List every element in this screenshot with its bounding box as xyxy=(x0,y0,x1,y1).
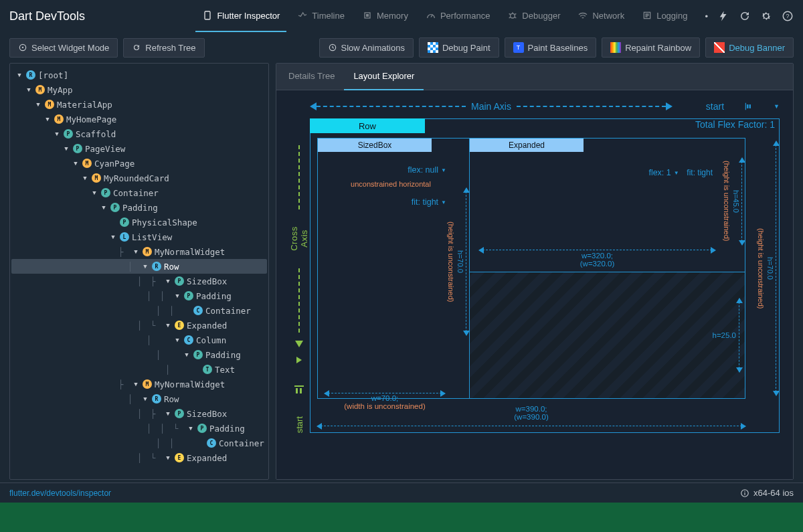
cross-alignment-dropdown[interactable]: start xyxy=(294,416,304,433)
svg-rect-17 xyxy=(744,492,745,495)
widget-badge: P xyxy=(73,144,82,153)
help-icon[interactable]: ? xyxy=(782,10,794,22)
tree-node[interactable]: │ ▼TText xyxy=(11,362,267,377)
debug-paint-button[interactable]: Debug Paint xyxy=(419,37,499,58)
layout-chart: Row Total Flex Factor: 1 SizedBox flex: … xyxy=(310,118,780,433)
flex-dropdown-expanded[interactable]: flex: 1▼ xyxy=(646,167,681,179)
chevron-down-icon[interactable] xyxy=(109,234,117,240)
docs-link[interactable]: flutter.dev/devtools/inspector xyxy=(9,489,111,498)
chevron-down-icon[interactable] xyxy=(43,116,52,122)
refresh-tree-button[interactable]: Refresh Tree xyxy=(123,38,204,58)
top-icon-bar: • ? xyxy=(705,10,794,22)
tree-node[interactable]: ││▼CContainer xyxy=(11,303,267,318)
widget-tree[interactable]: R[root]MMyAppMMaterialAppMMyHomePagePSca… xyxy=(9,63,269,480)
tree-node[interactable]: │├PSizedBox xyxy=(11,406,267,421)
chevron-down-icon[interactable] xyxy=(34,101,42,108)
chevron-down-icon[interactable] xyxy=(187,425,195,432)
chevron-down-icon[interactable] xyxy=(25,86,33,93)
tree-node[interactable]: ││ ▼CContainer xyxy=(11,436,267,450)
chevron-down-icon[interactable] xyxy=(62,145,70,152)
tree-node[interactable]: ││└PPadding xyxy=(11,421,267,436)
chevron-down-icon[interactable] xyxy=(90,189,98,196)
baseline-icon: T xyxy=(513,42,524,53)
debug-banner-button[interactable]: Debug Banner xyxy=(705,37,794,58)
tree-node[interactable]: ├MMyNormalWidget xyxy=(11,244,267,259)
chevron-down-icon[interactable] xyxy=(164,410,172,417)
subtab-details-tree[interactable]: Details Tree xyxy=(279,64,344,90)
align-start-icon xyxy=(744,102,753,111)
bolt-icon[interactable] xyxy=(717,10,729,22)
tree-node[interactable]: ├MMyNormalWidget xyxy=(11,377,267,391)
tree-node[interactable]: │ CColumn xyxy=(11,333,267,347)
tree-node[interactable]: PPageView xyxy=(11,141,267,156)
memory-icon xyxy=(362,10,373,21)
chevron-down-icon[interactable] xyxy=(132,381,140,387)
tree-node[interactable]: │RRow xyxy=(11,391,267,406)
tree-node[interactable]: LListView xyxy=(11,230,267,244)
select-widget-mode-button[interactable]: Select Widget Mode xyxy=(9,38,118,58)
chevron-down-icon[interactable] xyxy=(173,337,181,343)
phone-icon xyxy=(202,10,213,21)
tree-node[interactable]: MMaterialApp xyxy=(11,97,267,112)
tab-debugger[interactable]: Debugger xyxy=(501,0,567,32)
chevron-down-icon[interactable] xyxy=(100,204,108,211)
tree-node[interactable]: R[root] xyxy=(11,68,267,82)
tab-memory[interactable]: Memory xyxy=(355,0,415,32)
widget-label: Container xyxy=(113,188,159,198)
subtab-layout-explorer[interactable]: Layout Explorer xyxy=(344,64,424,90)
tab-timeline[interactable]: Timeline xyxy=(290,0,351,32)
widget-badge: P xyxy=(175,409,184,418)
fit-dropdown-sizedbox[interactable]: fit: tight▼ xyxy=(333,196,449,208)
tree-node[interactable]: │RRow xyxy=(11,259,267,274)
widget-label: MyApp xyxy=(48,85,73,95)
tab-flutter-inspector[interactable]: Flutter Inspector xyxy=(195,0,286,32)
tree-node[interactable]: │├PSizedBox xyxy=(11,274,267,288)
tree-node[interactable]: ▼PPhysicalShape xyxy=(11,215,267,230)
gear-icon[interactable] xyxy=(760,10,772,22)
tab-performance[interactable]: Performance xyxy=(419,0,497,32)
widget-badge: M xyxy=(82,159,92,168)
chevron-down-icon[interactable] xyxy=(173,292,181,299)
main-alignment-dropdown[interactable]: start ▼ xyxy=(706,101,780,112)
slow-animations-button[interactable]: Slow Animations xyxy=(319,38,414,58)
repaint-rainbow-button[interactable]: Repaint Rainbow xyxy=(602,37,700,58)
tab-network[interactable]: Network xyxy=(571,0,631,32)
refresh-icon[interactable] xyxy=(739,10,751,22)
tree-node[interactable]: ││PPadding xyxy=(11,288,267,303)
cross-axis-indicator: Cross Axis start xyxy=(288,118,310,433)
cross-align-icon[interactable] xyxy=(294,385,304,394)
tree-node[interactable]: MMyApp xyxy=(11,82,267,97)
tree-node[interactable]: MMyHomePage xyxy=(11,112,267,126)
tree-node[interactable]: │└EExpanded xyxy=(11,318,267,333)
chevron-down-icon[interactable] xyxy=(53,130,61,137)
tree-node[interactable]: MMyRoundedCard xyxy=(11,171,267,185)
paint-baselines-button[interactable]: T Paint Baselines xyxy=(505,37,597,58)
chevron-down-icon[interactable] xyxy=(15,72,23,78)
chevron-down-icon[interactable] xyxy=(141,395,149,402)
tab-logging[interactable]: Logging xyxy=(635,0,694,32)
chevron-down-icon[interactable] xyxy=(132,248,140,255)
tree-node[interactable]: MCyanPage xyxy=(11,156,267,171)
overflow-icon[interactable]: • xyxy=(705,11,708,21)
tree-node[interactable]: │└EExpanded xyxy=(11,450,267,465)
tree-node[interactable]: │ PPadding xyxy=(11,347,267,362)
chevron-down-icon[interactable] xyxy=(164,278,172,284)
tree-node[interactable]: PContainer xyxy=(11,185,267,200)
svg-rect-0 xyxy=(205,11,210,19)
tree-node[interactable]: PScaffold xyxy=(11,126,267,141)
bug-icon xyxy=(507,10,518,21)
widget-label: MyNormalWidget xyxy=(155,247,225,257)
tree-node[interactable]: PPadding xyxy=(11,200,267,215)
chevron-down-icon[interactable] xyxy=(164,454,172,461)
chevron-down-icon[interactable] xyxy=(183,351,191,358)
chevron-down-icon[interactable] xyxy=(164,322,172,329)
chevron-down-icon[interactable] xyxy=(81,175,89,181)
chevron-down-icon[interactable] xyxy=(72,160,80,167)
info-icon xyxy=(740,489,749,498)
widget-label: [root] xyxy=(38,70,68,80)
inspector-panel: Details Tree Layout Explorer Main Axis s… xyxy=(276,63,794,480)
chevron-down-icon[interactable] xyxy=(141,263,149,270)
widget-badge: R xyxy=(152,262,161,271)
flex-dropdown-sizedbox[interactable]: flex: null▼ xyxy=(333,164,449,176)
widget-badge: E xyxy=(175,321,184,330)
